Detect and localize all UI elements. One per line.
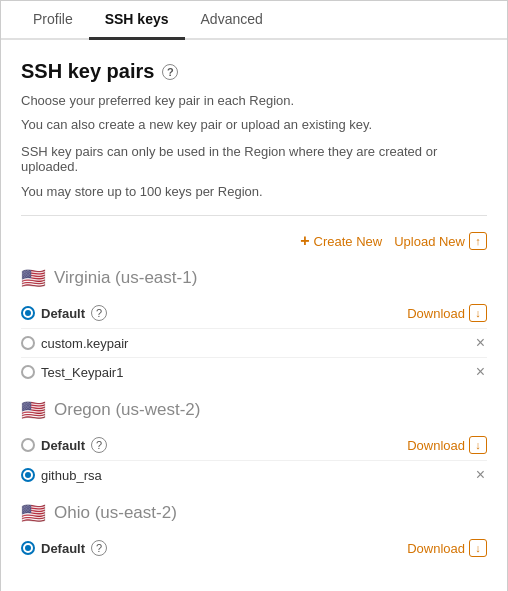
download-button-default-west-2[interactable]: Download ↓ bbox=[407, 436, 487, 454]
radio-wrapper-default-east-2: Default? bbox=[21, 540, 407, 556]
upload-new-label: Upload New bbox=[394, 234, 465, 249]
remove-button-test-keypair1[interactable]: × bbox=[474, 364, 487, 380]
keypair-name-default-east-2: Default bbox=[41, 541, 85, 556]
region-name-us-east-2: Ohio (us-east-2) bbox=[54, 503, 177, 523]
remove-button-github-rsa[interactable]: × bbox=[474, 467, 487, 483]
download-label-default-east-2: Download bbox=[407, 541, 465, 556]
divider bbox=[21, 215, 487, 216]
keypair-row-test-keypair1: Test_Keypair1× bbox=[21, 358, 487, 386]
keypair-row-default-west-2: Default? Download ↓ bbox=[21, 430, 487, 461]
keypair-help-icon-default-east-1[interactable]: ? bbox=[91, 305, 107, 321]
keypair-help-icon-default-east-2[interactable]: ? bbox=[91, 540, 107, 556]
keypair-actions-default-west-2: Download ↓ bbox=[407, 436, 487, 454]
region-us-east-2: 🇺🇸 Ohio (us-east-2) Default? Download ↓ bbox=[21, 501, 487, 563]
keypair-row-custom-keypair: custom.keypair× bbox=[21, 329, 487, 358]
tab-profile[interactable]: Profile bbox=[17, 1, 89, 40]
radio-test-keypair1[interactable] bbox=[21, 365, 35, 379]
download-button-default-east-1[interactable]: Download ↓ bbox=[407, 304, 487, 322]
upload-new-button[interactable]: Upload New ↑ bbox=[394, 232, 487, 250]
region-us-east-1: 🇺🇸 Virginia (us-east-1) Default? Downloa… bbox=[21, 266, 487, 386]
download-icon-default-west-2: ↓ bbox=[469, 436, 487, 454]
description-line2: You can also create a new key pair or up… bbox=[21, 115, 487, 135]
main-content: SSH key pairs ? Choose your preferred ke… bbox=[1, 40, 507, 591]
radio-custom-keypair[interactable] bbox=[21, 336, 35, 350]
keypair-row-default-east-1: Default? Download ↓ bbox=[21, 298, 487, 329]
keypair-name-github-rsa: github_rsa bbox=[41, 468, 102, 483]
download-label-default-east-1: Download bbox=[407, 306, 465, 321]
radio-wrapper-default-east-1: Default? bbox=[21, 305, 407, 321]
tab-bar: Profile SSH keys Advanced bbox=[1, 1, 507, 40]
upload-icon: ↑ bbox=[469, 232, 487, 250]
description-line1: Choose your preferred key pair in each R… bbox=[21, 91, 487, 111]
keypair-actions-test-keypair1: × bbox=[474, 364, 487, 380]
keypair-actions-default-east-2: Download ↓ bbox=[407, 539, 487, 557]
download-label-default-west-2: Download bbox=[407, 438, 465, 453]
download-icon-default-east-1: ↓ bbox=[469, 304, 487, 322]
region-name-us-east-1: Virginia (us-east-1) bbox=[54, 268, 197, 288]
download-button-default-east-2[interactable]: Download ↓ bbox=[407, 539, 487, 557]
action-row: + Create New Upload New ↑ bbox=[21, 232, 487, 250]
radio-github-rsa[interactable] bbox=[21, 468, 35, 482]
keypair-row-github-rsa: github_rsa× bbox=[21, 461, 487, 489]
region-flag-us-west-2: 🇺🇸 bbox=[21, 398, 46, 422]
download-icon-default-east-2: ↓ bbox=[469, 539, 487, 557]
radio-wrapper-test-keypair1: Test_Keypair1 bbox=[21, 365, 474, 380]
create-new-label: Create New bbox=[314, 234, 383, 249]
radio-wrapper-github-rsa: github_rsa bbox=[21, 468, 474, 483]
keypair-help-icon-default-west-2[interactable]: ? bbox=[91, 437, 107, 453]
region-header-us-east-1: 🇺🇸 Virginia (us-east-1) bbox=[21, 266, 487, 290]
radio-default-west-2[interactable] bbox=[21, 438, 35, 452]
keypair-name-custom-keypair: custom.keypair bbox=[41, 336, 128, 351]
radio-wrapper-custom-keypair: custom.keypair bbox=[21, 336, 474, 351]
regions-container: 🇺🇸 Virginia (us-east-1) Default? Downloa… bbox=[21, 266, 487, 563]
tab-ssh-keys[interactable]: SSH keys bbox=[89, 1, 185, 40]
keypair-row-default-east-2: Default? Download ↓ bbox=[21, 533, 487, 563]
region-header-us-west-2: 🇺🇸 Oregon (us-west-2) bbox=[21, 398, 487, 422]
keypair-actions-custom-keypair: × bbox=[474, 335, 487, 351]
keypair-actions-default-east-1: Download ↓ bbox=[407, 304, 487, 322]
note-line2: You may store up to 100 keys per Region. bbox=[21, 184, 487, 199]
tab-advanced[interactable]: Advanced bbox=[185, 1, 279, 40]
radio-default-east-2[interactable] bbox=[21, 541, 35, 555]
region-header-us-east-2: 🇺🇸 Ohio (us-east-2) bbox=[21, 501, 487, 525]
region-us-west-2: 🇺🇸 Oregon (us-west-2) Default? Download … bbox=[21, 398, 487, 489]
title-help-icon[interactable]: ? bbox=[162, 64, 178, 80]
create-new-button[interactable]: + Create New bbox=[300, 232, 382, 250]
keypair-actions-github-rsa: × bbox=[474, 467, 487, 483]
section-title: SSH key pairs ? bbox=[21, 60, 487, 83]
region-name-us-west-2: Oregon (us-west-2) bbox=[54, 400, 200, 420]
page-title: SSH key pairs bbox=[21, 60, 154, 83]
note-line1: SSH key pairs can only be used in the Re… bbox=[21, 144, 487, 174]
plus-icon: + bbox=[300, 232, 309, 250]
keypair-name-default-east-1: Default bbox=[41, 306, 85, 321]
radio-default-east-1[interactable] bbox=[21, 306, 35, 320]
radio-wrapper-default-west-2: Default? bbox=[21, 437, 407, 453]
region-flag-us-east-1: 🇺🇸 bbox=[21, 266, 46, 290]
keypair-name-test-keypair1: Test_Keypair1 bbox=[41, 365, 123, 380]
region-flag-us-east-2: 🇺🇸 bbox=[21, 501, 46, 525]
keypair-name-default-west-2: Default bbox=[41, 438, 85, 453]
remove-button-custom-keypair[interactable]: × bbox=[474, 335, 487, 351]
